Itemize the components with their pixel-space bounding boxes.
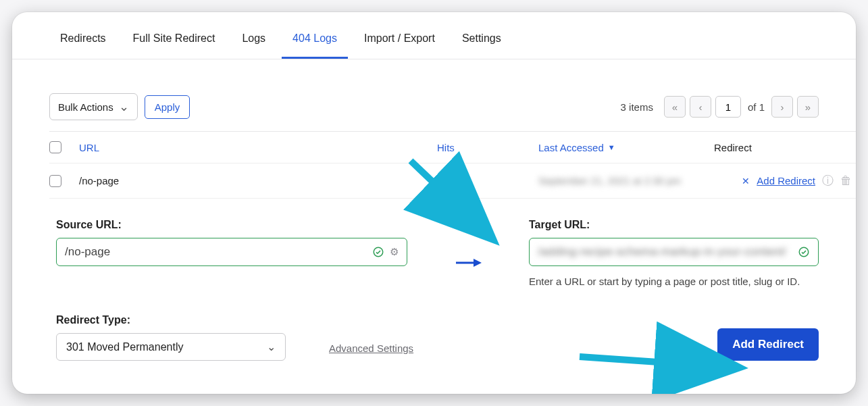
redirect-type-value: 301 Moved Permanently xyxy=(66,341,183,353)
cell-hits: 4 xyxy=(437,175,538,186)
redirect-type-row: Redirect Type: 301 Moved Permanently ⌄ A… xyxy=(12,301,856,374)
tab-import-export[interactable]: Import / Export xyxy=(353,26,446,59)
svg-point-0 xyxy=(374,247,383,257)
target-url-label: Target URL: xyxy=(529,219,819,231)
cell-last-accessed: September 21, 2021 at 2:30 pm xyxy=(538,175,714,186)
apply-button[interactable]: Apply xyxy=(145,95,190,119)
tab-fullsite[interactable]: Full Site Redirect xyxy=(122,26,226,59)
tab-404-logs[interactable]: 404 Logs xyxy=(282,26,348,59)
col-redirect: Redirect xyxy=(714,142,856,153)
row-checkbox[interactable] xyxy=(49,175,61,187)
shuffle-icon: ✕ xyxy=(742,176,750,186)
redirect-type-group: Redirect Type: 301 Moved Permanently ⌄ xyxy=(56,314,286,361)
pager-next-button[interactable]: › xyxy=(771,96,793,118)
bulk-actions-label: Bulk Actions xyxy=(58,101,113,113)
pager-page-input[interactable] xyxy=(715,96,741,118)
pager: « ‹ of 1 › » xyxy=(664,96,819,118)
col-hits[interactable]: Hits xyxy=(437,142,538,153)
target-url-group: Target URL: Enter a URL or start by typi… xyxy=(529,219,819,287)
add-redirect-link[interactable]: Add Redirect xyxy=(757,175,815,186)
redirect-form: Source URL: ⚙ Target URL: Enter a URL or… xyxy=(12,199,856,301)
chevron-down-icon: ⌄ xyxy=(119,99,129,114)
svg-marker-2 xyxy=(474,259,482,267)
logs-table: URL Hits Last Accessed ▼ Redirect /no-pa… xyxy=(49,131,856,199)
redirect-type-select[interactable]: 301 Moved Permanently ⌄ xyxy=(56,333,286,361)
trash-icon[interactable]: 🗑 xyxy=(840,174,852,188)
source-url-input[interactable] xyxy=(65,245,372,259)
chevron-down-icon: ⌄ xyxy=(267,340,276,353)
source-url-group: Source URL: ⚙ xyxy=(56,219,407,266)
col-last-accessed[interactable]: Last Accessed ▼ xyxy=(538,142,714,153)
col-url[interactable]: URL xyxy=(79,142,437,153)
col-last-accessed-label: Last Accessed xyxy=(538,142,604,153)
pager-last-button[interactable]: » xyxy=(797,96,819,118)
svg-point-3 xyxy=(799,247,809,257)
pager-first-button[interactable]: « xyxy=(664,96,686,118)
target-url-field[interactable] xyxy=(529,238,819,266)
pager-total-label: of 1 xyxy=(745,101,767,113)
app-window: Redirects Full Site Redirect Logs 404 Lo… xyxy=(12,12,856,394)
check-circle-icon xyxy=(372,246,384,258)
check-circle-icon xyxy=(798,246,810,258)
sort-desc-icon: ▼ xyxy=(608,143,615,151)
advanced-settings-link[interactable]: Advanced Settings xyxy=(329,342,413,354)
toolbar: Bulk Actions ⌄ Apply 3 items « ‹ of 1 › … xyxy=(12,59,856,131)
pager-prev-button[interactable]: ‹ xyxy=(690,96,711,118)
table-row: /no-page 4 September 21, 2021 at 2:30 pm… xyxy=(49,163,856,199)
table-header-row: URL Hits Last Accessed ▼ Redirect xyxy=(49,132,856,163)
gear-icon[interactable]: ⚙ xyxy=(390,246,399,258)
select-all-checkbox[interactable] xyxy=(49,141,61,153)
tab-redirects[interactable]: Redirects xyxy=(49,26,117,59)
tab-settings[interactable]: Settings xyxy=(451,26,512,59)
redirect-type-label: Redirect Type: xyxy=(56,314,286,326)
tab-bar: Redirects Full Site Redirect Logs 404 Lo… xyxy=(12,12,856,59)
cell-redirect-actions: ✕ Add Redirect ⓘ 🗑 xyxy=(714,173,856,188)
target-url-helper: Enter a URL or start by typing a page or… xyxy=(529,276,819,287)
tab-logs[interactable]: Logs xyxy=(231,26,276,59)
source-url-field[interactable]: ⚙ xyxy=(56,238,407,266)
toolbar-left: Bulk Actions ⌄ Apply xyxy=(49,93,190,120)
bulk-actions-select[interactable]: Bulk Actions ⌄ xyxy=(49,93,138,120)
info-icon[interactable]: ⓘ xyxy=(822,173,834,188)
target-url-input[interactable] xyxy=(538,245,798,259)
toolbar-right: 3 items « ‹ of 1 › » xyxy=(621,96,819,118)
cell-url: /no-page xyxy=(79,175,437,186)
add-redirect-button[interactable]: Add Redirect xyxy=(717,328,819,361)
items-count: 3 items xyxy=(621,101,653,113)
arrow-right-icon xyxy=(414,219,522,287)
source-url-label: Source URL: xyxy=(56,219,407,231)
